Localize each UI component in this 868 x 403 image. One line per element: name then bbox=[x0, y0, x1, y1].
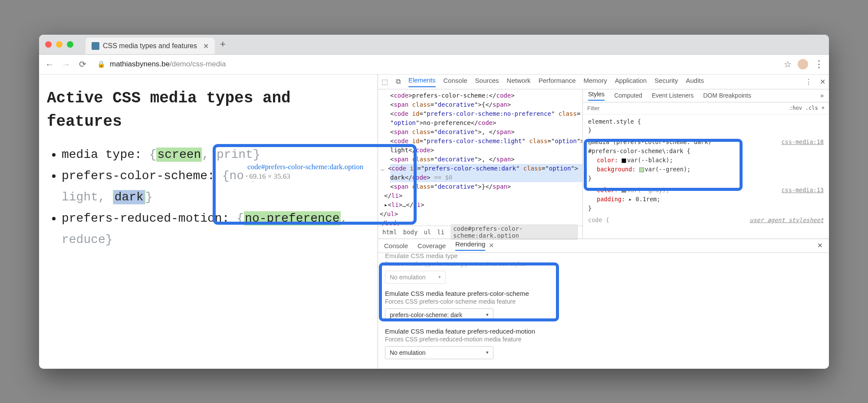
ua-stylesheet-link: user agent stylesheet bbox=[750, 216, 824, 225]
url-host: mathiasbynens.be bbox=[110, 60, 170, 68]
elements-panel: <code>prefers-color-scheme:</code> <span… bbox=[378, 89, 583, 239]
list-item: prefers-reduced-motion: {no-preference, … bbox=[62, 208, 370, 250]
tab-elements[interactable]: Elements bbox=[408, 76, 436, 87]
tab-application[interactable]: Application bbox=[615, 77, 647, 87]
lock-icon: 🔒 bbox=[97, 60, 105, 68]
styles-filter-row: :hov .cls + bbox=[583, 102, 829, 115]
drawer-tabs: Console Coverage Rendering ✕ ✕ bbox=[378, 239, 829, 253]
css-rules[interactable]: element.style { } css-media:18 @media (p… bbox=[583, 115, 829, 239]
tab-strip: CSS media types and features ✕ + bbox=[85, 35, 226, 54]
page-heading: Active CSS media types and features bbox=[47, 87, 370, 134]
tab-audits[interactable]: Audits bbox=[686, 77, 704, 87]
reload-button[interactable]: ⟳ bbox=[77, 59, 88, 69]
styles-filter-input[interactable] bbox=[587, 105, 786, 111]
devtools-close-icon[interactable]: ✕ bbox=[820, 78, 825, 86]
rendered-page: Active CSS media types and features medi… bbox=[39, 75, 378, 369]
drawer-tab-console[interactable]: Console bbox=[384, 242, 408, 249]
tab-memory[interactable]: Memory bbox=[584, 77, 607, 87]
cls-toggle[interactable]: .cls bbox=[806, 105, 818, 111]
devtools: ⬚ ⧉ Elements Console Sources Network Per… bbox=[378, 75, 829, 369]
annotation-highlight bbox=[584, 139, 743, 191]
toolbar: ← → ⟳ 🔒 mathiasbynens.be/demo/css-media … bbox=[39, 55, 829, 75]
hov-toggle[interactable]: :hov bbox=[789, 105, 802, 111]
tab-security[interactable]: Security bbox=[654, 77, 678, 87]
devtools-body: <code>prefers-color-scheme:</code> <span… bbox=[378, 89, 829, 239]
favicon bbox=[92, 42, 99, 50]
tab-computed[interactable]: Computed bbox=[614, 92, 642, 99]
styles-tabs: Styles Computed Event Listeners DOM Brea… bbox=[583, 89, 829, 102]
kebab-menu-icon[interactable]: ⋮ bbox=[814, 59, 824, 70]
tab-title: CSS media types and features bbox=[103, 42, 197, 50]
breadcrumb[interactable]: html body ul li code#prefers-color-schem… bbox=[378, 226, 582, 239]
drawer-tab-rendering[interactable]: Rendering bbox=[455, 240, 485, 251]
inspect-icon[interactable]: ⬚ bbox=[381, 78, 388, 86]
forward-button[interactable]: → bbox=[61, 59, 71, 69]
tab-sources[interactable]: Sources bbox=[475, 77, 499, 87]
maximize-window-button[interactable] bbox=[67, 41, 73, 48]
rendering-panel: Emulate CSS media type Forces media type… bbox=[378, 253, 829, 369]
devtools-menu-icon[interactable]: ⋮ bbox=[805, 78, 812, 86]
browser-tab[interactable]: CSS media types and features ✕ bbox=[85, 38, 215, 54]
close-tab-icon[interactable]: ✕ bbox=[203, 42, 209, 50]
new-tab-button[interactable]: + bbox=[220, 39, 226, 50]
inspect-tooltip: code#prefers-color-scheme:dark.option 69… bbox=[247, 162, 378, 181]
browser-window: CSS media types and features ✕ + ← → ⟳ 🔒… bbox=[39, 35, 829, 369]
tab-performance[interactable]: Performance bbox=[539, 77, 576, 87]
tab-network[interactable]: Network bbox=[507, 77, 531, 87]
drawer-close-icon[interactable]: ✕ bbox=[817, 242, 823, 249]
minimize-window-button[interactable] bbox=[56, 41, 62, 48]
element-style-block: element.style { bbox=[588, 117, 824, 126]
bookmark-icon[interactable]: ☆ bbox=[784, 59, 792, 69]
device-toolbar-icon[interactable]: ⧉ bbox=[396, 78, 401, 85]
annotation-highlight bbox=[379, 262, 559, 321]
reduced-motion-select[interactable]: No emulation▾ bbox=[385, 346, 493, 359]
tab-dom-breakpoints[interactable]: DOM Breakpoints bbox=[703, 92, 751, 99]
tab-styles[interactable]: Styles bbox=[588, 91, 605, 101]
address-bar[interactable]: 🔒 mathiasbynens.be/demo/css-media bbox=[94, 60, 778, 69]
styles-panel: Styles Computed Event Listeners DOM Brea… bbox=[583, 89, 829, 239]
dom-tree[interactable]: <code>prefers-color-scheme:</code> <span… bbox=[378, 89, 582, 226]
profile-avatar[interactable] bbox=[798, 59, 808, 69]
drawer-tab-coverage[interactable]: Coverage bbox=[418, 242, 446, 249]
close-window-button[interactable] bbox=[45, 41, 52, 48]
source-link[interactable]: css-media:13 bbox=[781, 186, 824, 195]
source-link[interactable]: css-media:18 bbox=[781, 138, 824, 147]
tab-event-listeners[interactable]: Event Listeners bbox=[652, 92, 694, 99]
window-controls bbox=[45, 41, 73, 48]
tab-console[interactable]: Console bbox=[444, 77, 467, 87]
more-tabs-icon[interactable]: » bbox=[820, 92, 824, 99]
content-area: Active CSS media types and features medi… bbox=[39, 75, 829, 369]
devtools-drawer: Console Coverage Rendering ✕ ✕ Emulate C… bbox=[378, 239, 829, 369]
devtools-tabs: ⬚ ⧉ Elements Console Sources Network Per… bbox=[378, 75, 829, 89]
new-rule-button[interactable]: + bbox=[822, 105, 825, 111]
titlebar: CSS media types and features ✕ + bbox=[39, 35, 829, 55]
media-list: media type: {screen, print} prefers-colo… bbox=[47, 144, 370, 250]
url-path: /demo/css-media bbox=[170, 60, 226, 68]
back-button[interactable]: ← bbox=[44, 59, 55, 69]
drawer-tab-close-icon[interactable]: ✕ bbox=[489, 242, 494, 249]
